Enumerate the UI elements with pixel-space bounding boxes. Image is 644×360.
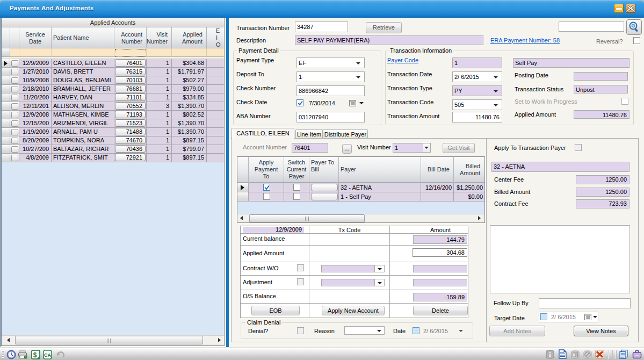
svg-text:$: $ — [33, 351, 37, 359]
svg-text:CA: CA — [44, 352, 51, 358]
